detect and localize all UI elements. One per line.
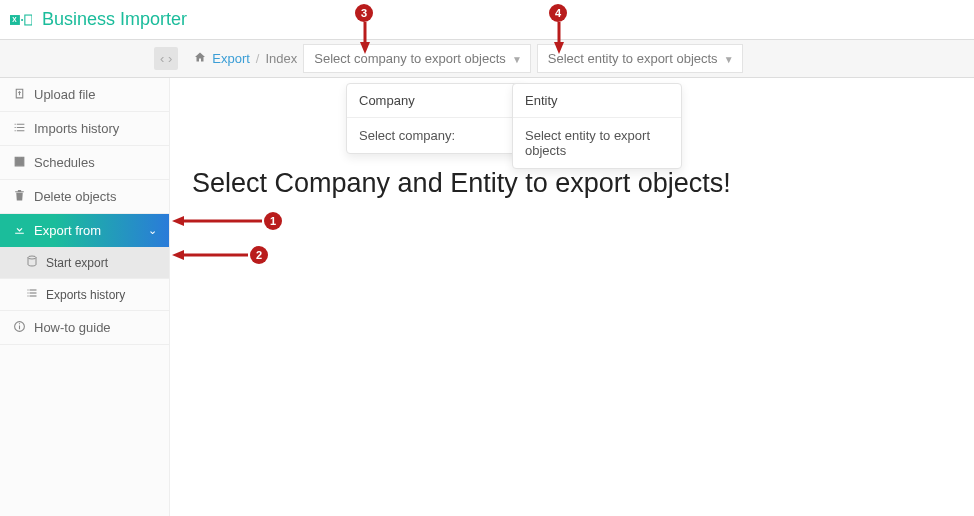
annotation-arrow-3 bbox=[358, 22, 372, 54]
app-header: X Business Importer bbox=[0, 0, 974, 40]
download-icon bbox=[12, 223, 26, 238]
chevron-down-icon: ▼ bbox=[512, 53, 522, 64]
sidebar-item-howto[interactable]: How-to guide bbox=[0, 311, 169, 345]
company-selector[interactable]: Select company to export objects ▼ bbox=[303, 44, 531, 73]
home-icon[interactable] bbox=[194, 51, 206, 66]
sidebar-subitem-start-export[interactable]: Start export bbox=[0, 247, 169, 279]
sidebar-item-upload[interactable]: Upload file bbox=[0, 78, 169, 112]
company-selector-label: Select company to export objects bbox=[314, 51, 506, 66]
breadcrumb-export[interactable]: Export bbox=[212, 51, 250, 66]
info-icon bbox=[12, 320, 26, 335]
entity-selector-label: Select entity to export objects bbox=[548, 51, 718, 66]
sidebar-label: Export from bbox=[34, 224, 101, 237]
calendar-icon bbox=[12, 155, 26, 170]
trash-icon bbox=[12, 189, 26, 204]
main-content: Select Company and Entity to export obje… bbox=[170, 78, 974, 516]
svg-marker-9 bbox=[172, 250, 184, 260]
breadcrumb-separator: / bbox=[256, 51, 260, 66]
annotation-arrow-2 bbox=[172, 248, 248, 262]
sidebar-label: Upload file bbox=[34, 88, 95, 101]
brand-logo: X Business Importer bbox=[10, 9, 187, 31]
sidebar-item-schedules[interactable]: Schedules bbox=[0, 146, 169, 180]
annotation-badge-3: 3 bbox=[355, 4, 373, 22]
svg-text:X: X bbox=[12, 16, 17, 23]
sidebar-label: Imports history bbox=[34, 122, 119, 135]
annotation-arrow-4 bbox=[552, 22, 566, 54]
sidebar-item-imports-history[interactable]: Imports history bbox=[0, 112, 169, 146]
chevron-down-icon: ⌄ bbox=[148, 225, 157, 236]
brand-name: Business Importer bbox=[42, 9, 187, 30]
svg-rect-3 bbox=[25, 15, 32, 25]
annotation-badge-4: 4 bbox=[549, 4, 567, 22]
nav-arrows[interactable]: ‹ › bbox=[154, 47, 178, 70]
sidebar-label: Exports history bbox=[46, 288, 125, 302]
sidebar-label: Delete objects bbox=[34, 190, 116, 203]
list-icon bbox=[12, 121, 26, 136]
chevron-down-icon: ▼ bbox=[724, 53, 734, 64]
page-title: Select Company and Entity to export obje… bbox=[192, 168, 952, 199]
database-icon bbox=[26, 255, 38, 270]
annotation-badge-1: 1 bbox=[264, 212, 282, 230]
sidebar-item-export-from[interactable]: Export from ⌄ bbox=[0, 214, 169, 247]
svg-marker-7 bbox=[172, 216, 184, 226]
list-icon bbox=[26, 287, 38, 302]
svg-point-2 bbox=[21, 18, 23, 20]
upload-icon bbox=[12, 87, 26, 102]
breadcrumb: Export / Index bbox=[194, 51, 297, 66]
main-layout: Upload file Imports history Schedules De… bbox=[0, 78, 974, 516]
sidebar-subitem-exports-history[interactable]: Exports history bbox=[0, 279, 169, 311]
sidebar-label: How-to guide bbox=[34, 321, 111, 334]
svg-point-4 bbox=[28, 256, 36, 259]
annotation-arrow-1 bbox=[172, 214, 262, 228]
excel-export-icon: X bbox=[10, 9, 32, 31]
svg-marker-11 bbox=[360, 42, 370, 54]
svg-marker-13 bbox=[554, 42, 564, 54]
annotation-badge-2: 2 bbox=[250, 246, 268, 264]
sidebar-label: Start export bbox=[46, 256, 108, 270]
sidebar-item-delete-objects[interactable]: Delete objects bbox=[0, 180, 169, 214]
toolbar: ‹ › Export / Index Select company to exp… bbox=[0, 40, 974, 78]
breadcrumb-current: Index bbox=[265, 51, 297, 66]
entity-selector[interactable]: Select entity to export objects ▼ bbox=[537, 44, 743, 73]
sidebar: Upload file Imports history Schedules De… bbox=[0, 78, 170, 516]
sidebar-label: Schedules bbox=[34, 156, 95, 169]
